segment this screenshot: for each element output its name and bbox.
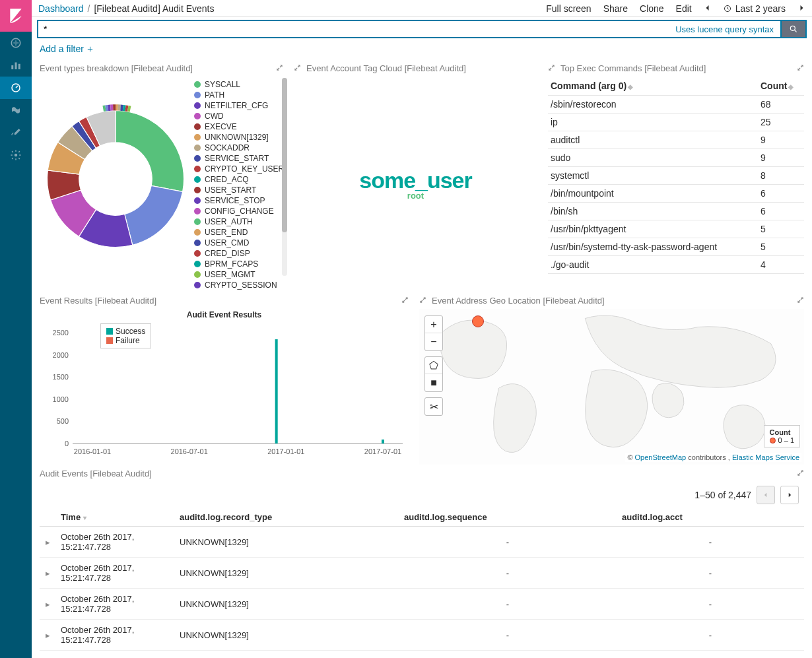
search-input[interactable]	[37, 20, 669, 38]
kibana-logo[interactable]	[0, 0, 32, 32]
expand-row-icon[interactable]: ▸	[40, 651, 55, 659]
expand-icon[interactable]	[276, 63, 283, 73]
cell-seq: -	[399, 589, 617, 620]
legend-item[interactable]: PATH	[194, 90, 283, 100]
expand-icon[interactable]	[797, 296, 804, 306]
table-row[interactable]: ip25	[548, 114, 804, 131]
legend-item[interactable]: SYSCALL	[194, 79, 283, 90]
table-row[interactable]: auditctl9	[548, 131, 804, 149]
table-row[interactable]: ▸ October 26th 2017, 15:21:47.728 UNKNOW…	[40, 589, 804, 620]
map-zoom-in[interactable]: +	[425, 316, 442, 333]
legend-item[interactable]: UNKNOWN[1329]	[194, 132, 283, 143]
add-filter-link[interactable]: Add a filter	[40, 44, 94, 54]
time-prev[interactable]	[704, 3, 712, 14]
legend-label: CWD	[205, 112, 224, 121]
legend-item[interactable]: USER_END	[194, 227, 283, 238]
expand-icon[interactable]	[401, 296, 409, 306]
legend-label: SOCKADDR	[205, 143, 250, 152]
chart-legend: Success Failure	[100, 323, 151, 348]
search-button[interactable]	[780, 20, 807, 38]
time-picker[interactable]: Last 2 years	[724, 3, 786, 14]
table-row[interactable]: /bin/mountpoint6	[548, 185, 804, 203]
legend-item[interactable]: CRYPTO_SESSION	[194, 280, 283, 290]
legend-item[interactable]: CRYPTO_KEY_USER	[194, 164, 283, 174]
table-row[interactable]: ▸ October 26th 2017, 15:21:47.728 UNKNOW…	[40, 527, 804, 558]
map-fit[interactable]: ✂	[425, 398, 442, 415]
expand-row-icon[interactable]: ▸	[40, 527, 55, 558]
col-count[interactable]: Count◆	[758, 77, 804, 96]
table-row[interactable]: systemctl8	[548, 167, 804, 185]
legend-item[interactable]: CONFIG_CHANGE	[194, 206, 283, 216]
edit-link[interactable]: Edit	[676, 3, 692, 14]
expand-icon[interactable]	[294, 63, 301, 73]
expand-icon[interactable]	[797, 469, 804, 478]
svg-text:2016-01-01: 2016-01-01	[74, 447, 111, 455]
col-time[interactable]: Time ▾	[55, 508, 174, 527]
legend-label: UNKNOWN[1329]	[205, 133, 269, 142]
legend-item[interactable]: USER_CMD	[194, 238, 283, 248]
legend-item[interactable]: EXECVE	[194, 121, 283, 132]
share-link[interactable]: Share	[603, 3, 628, 14]
legend-item[interactable]: BPRM_FCAPS	[194, 259, 283, 269]
table-row[interactable]: ▸ October 26th 2017, 15:21:47.728 UNKNOW…	[40, 558, 804, 589]
legend-dot	[194, 240, 201, 246]
legend-item[interactable]: USER_MGMT	[194, 269, 283, 280]
donut-chart[interactable]	[40, 103, 191, 255]
clone-link[interactable]: Clone	[640, 3, 664, 14]
expand-icon[interactable]	[797, 63, 804, 73]
legend-item[interactable]: USER_START	[194, 185, 283, 195]
table-row[interactable]: ▸ October 26th 2017, 15:21:47.728 UNKNOW…	[40, 620, 804, 651]
legend-item[interactable]: CWD	[194, 111, 283, 121]
col-command[interactable]: Command (arg 0)◆	[548, 77, 758, 96]
col-acct[interactable]: auditd.log.acct	[617, 508, 804, 527]
col-record-type[interactable]: auditd.log.record_type	[174, 508, 399, 527]
nav-timelion[interactable]	[0, 99, 32, 121]
expand-row-icon[interactable]: ▸	[40, 620, 55, 651]
table-row[interactable]: /bin/sh6	[548, 203, 804, 220]
ems-link[interactable]: Elastic Maps Service	[732, 453, 799, 461]
legend-scrollbar[interactable]	[282, 78, 287, 276]
table-row[interactable]: /usr/bin/systemd-tty-ask-password-agent5	[548, 238, 804, 256]
panel-title: Event Account Tag Cloud [Filebeat Auditd…	[306, 63, 466, 73]
cell-seq: -	[399, 527, 617, 558]
osm-link[interactable]: OpenStreetMap	[635, 453, 687, 461]
map-zoom-out[interactable]: −	[425, 333, 442, 350]
legend-item[interactable]: SERVICE_START	[194, 153, 283, 164]
pager-prev[interactable]	[757, 486, 775, 504]
time-next[interactable]	[797, 3, 805, 14]
expand-icon[interactable]	[548, 63, 555, 73]
table-row[interactable]: /usr/bin/pkttyagent5	[548, 220, 804, 238]
tag-secondary[interactable]: root	[407, 191, 424, 201]
legend-item[interactable]: NETFILTER_CFG	[194, 100, 283, 111]
table-row[interactable]: ▸ October 26th 2017, 15:21:47.728 UNKNOW…	[40, 651, 804, 659]
map-marker[interactable]	[472, 315, 484, 327]
table-row[interactable]: ./go-audit4	[548, 256, 804, 274]
search-hint[interactable]: Uses lucene query syntax	[669, 20, 780, 38]
nav-visualize[interactable]	[0, 54, 32, 77]
expand-row-icon[interactable]: ▸	[40, 589, 55, 620]
cell-count: 6	[758, 185, 804, 203]
cell-seq: -	[399, 620, 617, 651]
fullscreen-link[interactable]: Full screen	[546, 3, 591, 14]
map-draw-polygon[interactable]: ⬠	[425, 357, 442, 374]
col-sequence[interactable]: auditd.log.sequence	[399, 508, 617, 527]
legend-item[interactable]: USER_AUTH	[194, 216, 283, 227]
geo-map[interactable]: + − ⬠ ■ ✂	[419, 309, 804, 465]
legend-item[interactable]: CRED_ACQ	[194, 174, 283, 185]
nav-dashboard[interactable]	[0, 77, 32, 99]
expand-icon[interactable]	[419, 296, 426, 306]
nav-devtools[interactable]	[0, 121, 32, 144]
map-draw-rect[interactable]: ■	[425, 374, 442, 391]
nav-management[interactable]	[0, 144, 32, 166]
legend-item[interactable]: SOCKADDR	[194, 143, 283, 153]
breadcrumb-root[interactable]: Dashboard	[38, 3, 84, 14]
pager-next[interactable]	[780, 486, 799, 504]
tag-primary[interactable]: some_user	[359, 168, 472, 193]
results-chart[interactable]: 050010001500200025002016-01-012016-07-01…	[40, 321, 409, 459]
table-row[interactable]: sudo9	[548, 149, 804, 167]
table-row[interactable]: /sbin/restorecon68	[548, 96, 804, 114]
legend-item[interactable]: CRED_DISP	[194, 248, 283, 259]
expand-row-icon[interactable]: ▸	[40, 558, 55, 589]
legend-item[interactable]: SERVICE_STOP	[194, 195, 283, 206]
nav-discover[interactable]	[0, 32, 32, 54]
